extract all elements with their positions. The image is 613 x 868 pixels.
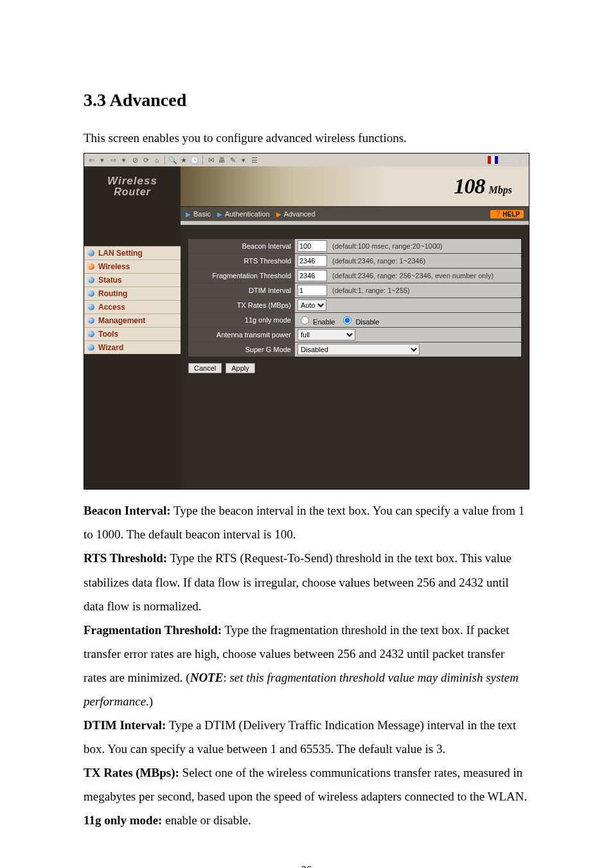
apply-button[interactable]: Apply (226, 363, 255, 373)
rts-threshold-input[interactable] (298, 255, 327, 267)
logo-line1: Wireless (107, 175, 157, 188)
super-g-mode-select[interactable]: Disabled (298, 344, 420, 355)
fragmentation-threshold-label: Fragmentation Threshold (188, 269, 295, 283)
bullet-icon (88, 277, 94, 283)
mail-icon[interactable]: ✉ (206, 155, 215, 164)
dropdown-icon[interactable]: ▾ (120, 155, 129, 164)
speed-banner: 108 Mbps (181, 166, 529, 206)
tx-rates-select[interactable]: Auto (298, 299, 326, 311)
rts-threshold-label: RTS Threshold (188, 254, 295, 268)
bullet-icon (88, 331, 94, 337)
triangle-icon: ▶ (217, 211, 222, 218)
beacon-interval-desc-heading: Beacon Interval: (84, 504, 171, 517)
sidebar-item-label: Wireless (98, 262, 130, 271)
dropdown-icon[interactable]: ▾ (239, 155, 248, 164)
sidebar-item-management[interactable]: Management (84, 314, 181, 327)
dropdown-icon[interactable]: ▾ (98, 155, 107, 164)
history-icon[interactable]: 🕓 (190, 155, 199, 164)
subnav-basic[interactable]: Basic (193, 210, 211, 218)
left-column: Wireless Router LAN Setting Wireless Sta… (84, 166, 181, 489)
page-number: 26 (84, 864, 529, 868)
router-logo: Wireless Router (84, 166, 181, 206)
banner-number: 108 (454, 174, 485, 199)
beacon-interval-hint: (default:100 msec, range:20~1000) (332, 242, 443, 250)
beacon-interval-label: Beacon Interval (188, 239, 295, 253)
advanced-form: Beacon Interval (default:100 msec, range… (181, 225, 529, 385)
home-icon[interactable]: ⌂ (152, 155, 161, 164)
rts-threshold-desc-heading: RTS Threshold: (84, 551, 167, 565)
sidebar-item-label: Tools (98, 330, 118, 339)
bullet-icon (88, 250, 94, 256)
favorites-icon[interactable]: ★ (179, 155, 188, 164)
language-flag-icon[interactable] (488, 156, 498, 164)
banner-unit: Mbps (489, 184, 512, 196)
sidebar-item-label: Routing (98, 289, 127, 298)
section-heading: 3.3 Advanced (84, 90, 529, 111)
super-g-mode-label: Super G Mode (188, 342, 295, 357)
sidebar-nav: LAN Setting Wireless Status Routing Acce… (84, 246, 181, 354)
dtim-interval-input[interactable] (298, 285, 327, 296)
fragmentation-threshold-input[interactable] (298, 270, 327, 281)
sidebar-item-label: Wizard (98, 343, 123, 352)
g11-disable-option[interactable]: Disable (340, 314, 379, 326)
dtim-interval-label: DTIM Interval (188, 283, 295, 297)
fragmentation-threshold-desc-text3: .) (146, 695, 153, 708)
print-icon[interactable]: 🖶 (217, 155, 226, 164)
bullet-icon (88, 344, 94, 351)
dtim-interval-hint: (default:1, range: 1~255) (332, 287, 410, 294)
discuss-icon[interactable]: ☰ (250, 155, 259, 164)
refresh-icon[interactable]: ⟳ (141, 155, 150, 164)
fragmentation-threshold-desc-heading: Fragmentation Threshold: (84, 623, 222, 637)
forward-icon[interactable]: ⇨ (109, 155, 118, 164)
g11-only-mode-desc-text: enable or disable. (162, 813, 251, 827)
maximize-icon[interactable]: ▢ (511, 157, 517, 164)
cancel-button[interactable]: Cancel (188, 363, 222, 373)
minimize-icon[interactable]: – (502, 157, 506, 164)
g11-disable-radio[interactable] (343, 316, 351, 324)
tx-rates-label: TX Rates (MBps) (188, 298, 295, 312)
edit-icon[interactable]: ✎ (228, 155, 237, 164)
subnav-bar: ▶ Basic ▶ Authentication ▶ Advanced HELP (181, 206, 529, 221)
antenna-power-label: Antenna transmit power (188, 328, 295, 342)
document-page: 3.3 Advanced This screen enables you to … (0, 0, 613, 868)
subnav-advanced[interactable]: Advanced (284, 210, 315, 218)
intro-text: This screen enables you to configure adv… (84, 128, 529, 148)
back-icon[interactable]: ⇦ (87, 155, 96, 164)
g11-only-mode-label: 11g only mode (188, 313, 295, 327)
router-screenshot: ⇦ ▾ ⇨ ▾ ⊘ ⟳ ⌂ 🔍 ★ 🕓 ✉ 🖶 ✎ ▾ ☰ – ▢ ✕ (84, 153, 529, 490)
stop-icon[interactable]: ⊘ (130, 155, 139, 164)
search-icon[interactable]: 🔍 (168, 155, 177, 164)
fragmentation-note-label: NOTE (190, 671, 224, 684)
help-button[interactable]: HELP (490, 210, 524, 218)
sidebar-item-routing[interactable]: Routing (84, 287, 181, 300)
sidebar-item-lan-setting[interactable]: LAN Setting (84, 246, 181, 260)
beacon-interval-input[interactable] (298, 240, 327, 252)
fragmentation-threshold-hint: (default:2346, range: 256~2346, even num… (332, 272, 493, 279)
g11-enable-option[interactable]: Enable (298, 314, 335, 326)
sidebar-item-label: Access (98, 303, 125, 312)
bullet-icon (88, 317, 94, 324)
bullet-icon (88, 290, 94, 297)
sidebar-item-wizard[interactable]: Wizard (84, 341, 181, 354)
g11-enable-radio[interactable] (301, 316, 309, 324)
sidebar-item-wireless[interactable]: Wireless (84, 260, 181, 273)
bullet-icon (88, 263, 94, 270)
sidebar-item-label: Management (98, 316, 145, 325)
close-icon[interactable]: ✕ (521, 157, 526, 164)
sidebar-item-access[interactable]: Access (84, 300, 181, 314)
subnav-authentication[interactable]: Authentication (225, 210, 270, 218)
sidebar-item-tools[interactable]: Tools (84, 327, 181, 341)
description-block: Beacon Interval: Type the beacon interva… (84, 499, 529, 832)
sidebar-item-status[interactable]: Status (84, 273, 181, 287)
rts-threshold-hint: (default:2346, range: 1~2346) (332, 257, 425, 265)
bullet-icon (88, 304, 94, 310)
g11-disable-label: Disable (355, 318, 379, 326)
fragmentation-threshold-desc-text2: : (223, 671, 229, 684)
g11-enable-label: Enable (313, 318, 335, 326)
g11-only-mode-desc-heading: 11g only mode: (84, 813, 162, 827)
antenna-power-select[interactable]: full (298, 329, 355, 341)
logo-line2: Router (114, 186, 151, 198)
sidebar-item-label: LAN Setting (98, 249, 143, 258)
dtim-interval-desc-heading: DTIM Interval: (84, 718, 166, 732)
tx-rates-desc-heading: TX Rates (MBps): (84, 766, 179, 779)
